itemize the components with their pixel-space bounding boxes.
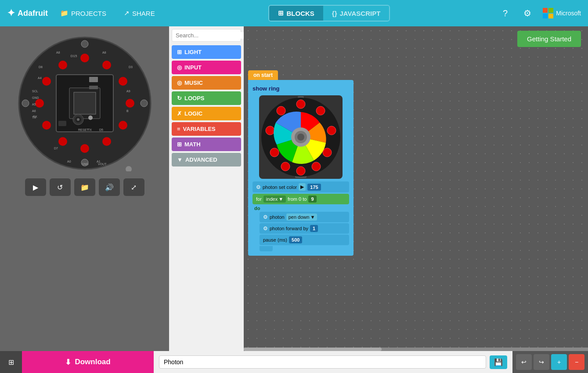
- svg-point-17: [35, 99, 44, 108]
- device-container: D15 SCL GND A5 A6 TX A9 B ♪ RESET: [17, 35, 153, 171]
- on-start-block[interactable]: on start: [248, 70, 278, 80]
- show-ring-label: show ring: [253, 84, 349, 93]
- svg-text:D3: D3: [129, 65, 133, 69]
- scrollbar-thumb[interactable]: [244, 348, 382, 351]
- for-var-dropdown[interactable]: index ▼: [263, 196, 286, 203]
- save-button[interactable]: 💾: [490, 355, 507, 369]
- sidebar-panel: 🔍 ⊞ LIGHT ◎ INPUT ◎ MUSIC ↻ LOOPS ✗ LOGI…: [169, 26, 244, 351]
- gear-icon-2: ⚙: [263, 214, 268, 220]
- svg-text:A9: A9: [126, 90, 130, 93]
- undo-button[interactable]: ↩: [516, 354, 532, 370]
- filename-input[interactable]: [159, 355, 486, 369]
- sidebar-item-music[interactable]: ◎ MUSIC: [172, 76, 241, 90]
- js-icon: {}: [332, 10, 337, 17]
- circuit-board-svg: D15 SCL GND A5 A6 TX A9 B ♪ RESET: [17, 35, 153, 171]
- javascript-tab[interactable]: {} JAVASCRIPT: [323, 6, 389, 21]
- getting-started-button[interactable]: Getting Started: [517, 31, 581, 47]
- svg-point-51: [77, 118, 79, 121]
- svg-text:VOUT: VOUT: [98, 163, 107, 166]
- expand-button[interactable]: ⤢: [123, 178, 144, 196]
- square-icon-button[interactable]: ⊞: [0, 351, 22, 373]
- restart-button[interactable]: ↺: [50, 178, 71, 196]
- svg-text:A0: A0: [67, 160, 71, 163]
- variables-icon: ≡: [177, 126, 180, 132]
- svg-text:D5: D5: [99, 128, 103, 131]
- star-icon: ✦: [7, 7, 15, 19]
- pause-block[interactable]: pause (ms) 500: [260, 235, 349, 245]
- bottom-bar: ⊞ ⬇ Download 💾 ↩ ↪ + −: [0, 351, 588, 373]
- svg-rect-28: [89, 77, 98, 82]
- input-icon: ◎: [177, 64, 182, 71]
- svg-point-13: [102, 137, 111, 146]
- zoom-in-button[interactable]: +: [551, 354, 567, 370]
- svg-rect-3: [74, 92, 96, 114]
- svg-point-18: [42, 77, 51, 86]
- svg-point-19: [58, 61, 67, 69]
- projects-button[interactable]: 📁 PROJECTS: [55, 7, 112, 20]
- bottom-right-controls: ↩ ↪ + −: [512, 351, 588, 373]
- left-panel: D15 SCL GND A5 A6 TX A9 B ♪ RESET: [0, 26, 169, 351]
- svg-point-62: [270, 148, 279, 157]
- folder-button[interactable]: 📁: [74, 178, 95, 196]
- sidebar-item-input[interactable]: ◎ INPUT: [172, 61, 241, 74]
- sidebar-item-variables[interactable]: ≡ VARIABLES: [172, 122, 241, 136]
- pause-value[interactable]: 500: [289, 236, 302, 243]
- svg-point-67: [297, 134, 304, 141]
- share-button[interactable]: ↗ SHARE: [119, 7, 160, 20]
- for-loop-block[interactable]: for index ▼ from 0 to 9: [253, 194, 349, 204]
- sound-button[interactable]: 🔊: [99, 178, 120, 196]
- microsoft-text: Microsoft: [556, 10, 581, 17]
- math-icon: ⊞: [177, 141, 182, 148]
- svg-point-14: [80, 144, 89, 153]
- svg-point-31: [88, 116, 93, 120]
- svg-point-61: [281, 162, 290, 171]
- svg-text:RX: RX: [33, 115, 37, 118]
- sidebar-item-advanced[interactable]: ▼ ADVANCED: [172, 153, 241, 167]
- ms-sq-blue: [543, 14, 548, 18]
- svg-point-33: [126, 166, 132, 171]
- search-input[interactable]: [176, 32, 249, 39]
- settings-button[interactable]: ⚙: [519, 5, 536, 21]
- adafruit-logo: ✦ Adafruit: [7, 7, 48, 19]
- blocks-tab[interactable]: ⊞ BLOCKS: [269, 6, 323, 21]
- sidebar-item-logic[interactable]: ✗ LOGIC: [172, 107, 241, 120]
- main-layout: D15 SCL GND A5 A6 TX A9 B ♪ RESET: [0, 26, 588, 351]
- svg-text:GND: GND: [82, 163, 89, 166]
- sidebar-item-light[interactable]: ⊞ LIGHT: [172, 45, 241, 59]
- svg-point-9: [102, 61, 111, 69]
- loop-close-bracket: [260, 246, 273, 251]
- for-to-value[interactable]: 9: [308, 196, 316, 203]
- svg-point-12: [119, 121, 127, 130]
- share-icon: ↗: [124, 9, 130, 17]
- download-button[interactable]: ⬇ Download: [22, 351, 154, 373]
- svg-text:D8: D8: [39, 65, 43, 69]
- block-program: on start show ring: [248, 70, 354, 256]
- svg-text:D7: D7: [54, 147, 58, 150]
- zoom-out-button[interactable]: −: [569, 354, 584, 370]
- help-button[interactable]: ?: [498, 6, 512, 21]
- color-value[interactable]: 175: [307, 184, 321, 191]
- redo-button[interactable]: ↪: [534, 354, 549, 370]
- forward-value[interactable]: 1: [310, 225, 318, 232]
- svg-point-6: [22, 100, 29, 107]
- download-icon: ⬇: [65, 358, 71, 367]
- photon-forward-block[interactable]: ⚙ photon forward by 1: [260, 223, 349, 234]
- color-dropdown[interactable]: ▶: [299, 183, 306, 191]
- gear-icon-1: ⚙: [256, 184, 261, 190]
- sidebar-item-loops[interactable]: ↻ LOOPS: [172, 91, 241, 105]
- pen-dropdown[interactable]: pen down ▼: [286, 214, 317, 221]
- svg-text:GND: GND: [32, 96, 39, 99]
- blocks-workspace[interactable]: on start show ring: [244, 26, 588, 351]
- photon-set-color-block[interactable]: ⚙ photon set color ▶ 175: [253, 181, 349, 192]
- svg-point-57: [327, 126, 336, 135]
- blocks-scrollbar[interactable]: [244, 348, 588, 351]
- photon-pen-down-block[interactable]: ⚙ photon pen down ▼: [260, 212, 349, 222]
- ms-sq-yellow: [548, 14, 553, 18]
- color-wheel-container[interactable]: [259, 95, 343, 179]
- block-body: show ring: [248, 80, 354, 256]
- ms-sq-red: [543, 8, 548, 13]
- play-button[interactable]: ▶: [25, 178, 46, 196]
- sidebar-item-math[interactable]: ⊞ MATH: [172, 138, 241, 151]
- svg-point-56: [316, 106, 325, 115]
- svg-point-64: [277, 106, 285, 115]
